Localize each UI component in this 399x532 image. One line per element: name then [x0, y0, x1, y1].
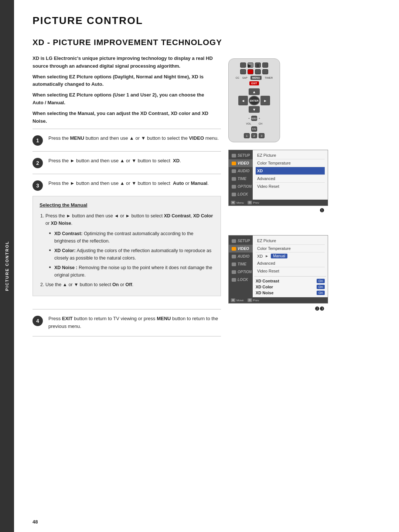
remote-ch-plus: + [259, 117, 260, 120]
step-4-text: Press EXIT button to return to TV viewin… [48, 315, 221, 331]
remote-illustration: ▶ ⏸ CC SAP [228, 58, 280, 142]
manual-bullet-2: XD Color: Adjusting the colors of the re… [49, 247, 214, 262]
menu-item-option: OPTION [229, 183, 253, 190]
menu2-icon-lock [232, 278, 236, 282]
menu-icon-option [232, 185, 236, 189]
remote-menu-btn: MENU [250, 76, 262, 80]
manual-bullet-3: XD Noise : Removing the noise up to the … [49, 264, 214, 279]
remote-num-2: 2 [251, 133, 257, 138]
menu2-advanced: Advanced [256, 260, 325, 267]
menu2-item-option: OPTION [229, 268, 253, 276]
remote-num-3: 3 [259, 133, 265, 138]
manual-bullet-1: XD Contrast: Optimizing the contrast aut… [49, 230, 214, 245]
menu2-item-time: TIME [229, 260, 253, 268]
step-3-section: 3 Press the ► button and then use ▲ or ▼… [33, 174, 221, 305]
right-column: ▶ ⏸ CC SAP [228, 55, 347, 336]
remote-exit-btn: EXIT [249, 81, 259, 85]
remote-fav-btn: FAV [251, 126, 257, 132]
manual-box-title: Selecting the Manual [40, 201, 214, 209]
main-content: PICTURE CONTROL XD - PICTURE IMPROVEMENT… [14, 0, 399, 532]
remote-sap-label: SAP [242, 77, 248, 79]
menu2-xd-subpanel: XD Contrast On XD Color On XD Noise [254, 276, 326, 297]
menu-footer-prev: ⊟ Prev [248, 201, 259, 204]
remote-num-1: 1 [244, 133, 250, 138]
menu-footer-1: ⊕ Menu ⊟ Prev [229, 200, 328, 206]
remote-btn-skip [262, 69, 268, 74]
remote-nav-empty2 [260, 88, 270, 95]
manual-step-2: Use the ▲ or ▼ button to select On or Of… [45, 281, 214, 288]
remote-label-row: CC SAP MENU TIMER [236, 76, 273, 80]
step-3-row: 3 Press the ► button and then use ▲ or ▼… [33, 180, 221, 191]
left-column: XD is LG Electronic's unique picture imp… [33, 55, 221, 336]
menu2-icon-time [232, 262, 236, 266]
menu-icon-audio [232, 169, 236, 173]
page-title: PICTURE CONTROL [33, 15, 384, 27]
remote-vol-text: VOL [246, 122, 251, 125]
menu-screen-2-wrapper: SETUP VIDEO AUDIO [228, 235, 328, 304]
remote-vol-label-row: VOL CH [246, 122, 262, 125]
remote-num-row: 1 2 3 [244, 133, 265, 138]
page-number: 48 [33, 519, 38, 525]
remote-row-2 [240, 69, 268, 74]
remote-nav-empty3 [238, 106, 248, 113]
step-4-row: 4 Press EXIT button to return to TV view… [33, 315, 221, 331]
menu2-video-reset: Video Reset [256, 267, 325, 275]
manual-box: Selecting the Manual Press the ► button … [33, 196, 221, 296]
remote-mav-btn: MAV [251, 116, 257, 121]
remote-vol-ch-row: + MAV + [248, 116, 260, 121]
step-1-row: 1 Press the MENU button and then use ▲ o… [33, 135, 221, 146]
menu-item-time: TIME [229, 175, 253, 183]
page-container: PICTURE CONTROL PICTURE CONTROL XD - PIC… [0, 0, 399, 532]
remote-btn-rew [240, 69, 246, 74]
menu2-item-lock: LOCK [229, 276, 253, 284]
remote-nav-enter: ENTER [249, 96, 260, 105]
manual-step-1: Press the ► button and then use ◄ or ► b… [45, 212, 214, 279]
remote-top-row: ▶ ⏸ [240, 62, 268, 68]
menu-screen-1-wrapper: SETUP VIDEO AUDIO [228, 150, 328, 206]
menu2-xd-noise-row: XD Noise On [254, 290, 326, 296]
menu2-xd-contrast-value: On [317, 279, 325, 283]
menu-left-col-1: SETUP VIDEO AUDIO [229, 150, 253, 200]
remote-nav-left: ◄ [238, 96, 248, 105]
step-4-circle: 4 [33, 316, 43, 326]
remote-btn-rec [248, 69, 253, 74]
menu-footer-nav: ⊕ Menu [231, 201, 244, 204]
menu2-icon-setup [232, 239, 236, 243]
menu-right-ez-picture: EZ Picture [256, 152, 325, 159]
remote-nav-up: ▲ [249, 88, 260, 95]
screen-1-badge: ❶ [320, 207, 324, 213]
remote-nav-empty4 [260, 106, 270, 113]
remote-btn-ff [255, 69, 261, 74]
intro-text: XD is LG Electronic's unique picture imp… [33, 55, 214, 125]
intro-p2: When selecting EZ Picture options (Dayli… [33, 73, 214, 89]
menu-footer-nav-icon: ⊕ [231, 201, 235, 204]
menu-footer-2-nav-icon: ⊕ [231, 298, 235, 302]
menu-right-color-temp: Color Temperature [256, 159, 325, 167]
menu-right-col-1: EZ Picture Color Temperature XD Advanced… [253, 150, 328, 200]
menu2-right-area: EZ Picture Color Temperature XD ► Manual… [253, 235, 328, 297]
menu2-xd-color-row: XD Color On [254, 284, 326, 290]
menu2-right-top: EZ Picture Color Temperature XD ► Manual… [253, 235, 328, 276]
remote-cc-label: CC [236, 77, 239, 79]
menu-icon-time [232, 177, 236, 181]
sidebar: PICTURE CONTROL [0, 0, 14, 532]
menu2-icon-option [232, 270, 236, 274]
step-2-section: 2 Press the ► button and then use ▲ or ▼… [33, 151, 221, 174]
menu-left-col-2: SETUP VIDEO AUDIO [229, 235, 253, 297]
menu2-xd-noise-value: On [317, 291, 325, 295]
manual-bullet-list: XD Contrast: Optimizing the contrast aut… [49, 230, 214, 279]
menu-item-video: VIDEO [229, 159, 253, 167]
menu2-icon-video [232, 247, 236, 251]
menu-screen-2-inner: SETUP VIDEO AUDIO [229, 235, 328, 297]
remote-btn-1 [240, 62, 246, 68]
menu2-item-setup: SETUP [229, 237, 253, 245]
menu-footer-prev-icon: ⊟ [248, 201, 252, 204]
menu-footer-2-prev: ⊟ Prev [248, 298, 259, 302]
manual-steps: Press the ► button and then use ◄ or ► b… [45, 212, 214, 288]
menu2-item-video: VIDEO [229, 245, 253, 253]
menu2-ez-picture: EZ Picture [256, 237, 325, 245]
menu2-xd-arrow: ► [265, 254, 269, 258]
menu-right-video-reset: Video Reset [256, 183, 325, 190]
remote-exit-row: EXIT [249, 81, 259, 85]
menu-screen-2: SETUP VIDEO AUDIO [228, 235, 328, 304]
